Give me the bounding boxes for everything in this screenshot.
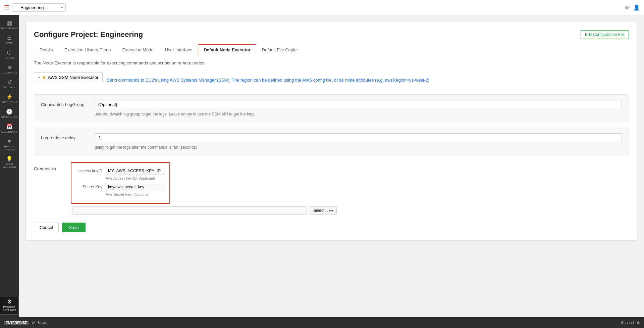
sidebar-item-schedules[interactable]: 🕐 SCHEDULES xyxy=(0,106,19,121)
health-checks-icon: ♥ xyxy=(8,139,11,144)
support-label[interactable]: Support xyxy=(621,321,634,325)
access-key-id-hint: Aws Access key ID. (Optional) xyxy=(106,176,165,180)
aws-icon: a xyxy=(43,75,45,80)
schedules-icon: 🕐 xyxy=(6,109,13,114)
activity-icon: ↺ xyxy=(7,80,12,85)
dashboard-icon: ▦ xyxy=(7,20,12,26)
tab-details[interactable]: Details xyxy=(34,44,59,55)
sidebar-item-label: NODES xyxy=(5,56,14,59)
cloudwatch-field-row: Cloudwatch LogGroup xyxy=(41,100,622,109)
enterprise-badge: ENTERPRISE xyxy=(4,321,29,325)
commands-icon: ≋ xyxy=(7,65,12,70)
tab-default-node-executor[interactable]: Default Node Executor xyxy=(198,44,256,55)
top-bar-left: ☰ Engineering xyxy=(4,3,66,12)
sidebar-item-jobs[interactable]: ☰ JOBS xyxy=(0,33,19,47)
credentials-box: access keyID Aws Access key ID. (Optiona… xyxy=(71,162,170,204)
page-title: Configure Project: Engineering xyxy=(34,30,143,39)
news-icon: 🗞 xyxy=(32,321,35,325)
sidebar-item-activity[interactable]: ↺ ACTIVITY xyxy=(0,77,19,92)
tabs: Details Execution History Clean Executio… xyxy=(34,44,629,55)
secret-key-label: Secret Key xyxy=(75,185,102,189)
project-selector[interactable]: Engineering xyxy=(12,3,66,12)
select-key-button[interactable]: Select... 🗝 xyxy=(310,206,337,215)
secret-key-input[interactable] xyxy=(105,183,165,191)
sidebar-item-label: ACTIVITY xyxy=(3,86,15,89)
tab-execution-history-clean[interactable]: Execution History Clean xyxy=(59,44,117,55)
sidebar-item-label: DASHBOARD xyxy=(1,27,18,30)
tab-default-file-copier[interactable]: Default File Copier xyxy=(256,44,304,55)
configure-panel: Configure Project: Engineering Edit Conf… xyxy=(25,22,637,241)
log-delay-hint: delay to get the logs after the commands… xyxy=(95,145,622,150)
sidebar-item-calendars[interactable]: 📅 CALENDARS xyxy=(0,121,19,136)
secret-key-hint: Aws Secret Key. (Optional) xyxy=(106,192,165,196)
cloudwatch-section: Cloudwatch LogGroup use cloudwatch log g… xyxy=(34,94,629,122)
sidebar-item-label: WEBHOOKS xyxy=(2,101,17,104)
nodes-icon: ⬡ xyxy=(7,50,12,55)
sidebar-item-tour-manager[interactable]: 💡 TOUR MANAGER xyxy=(0,154,19,172)
top-bar: ☰ Engineering ⚙ 👤 xyxy=(0,0,644,15)
sidebar-item-label: HEALTH CHECKS xyxy=(1,145,17,151)
executor-name: AWS SSM Node Executor xyxy=(48,75,99,80)
credentials-outer: Credentials access keyID Aws Access key … xyxy=(34,162,629,215)
sidebar-item-webhooks[interactable]: ⚡ WEBHOOKS xyxy=(0,92,19,106)
access-key-id-label: access keyID xyxy=(75,169,102,173)
secret-key-path-input[interactable] xyxy=(72,206,307,215)
executor-row: ▾ a AWS SSM Node Executor Send commands … xyxy=(34,72,629,88)
sidebar-item-label: TOUR MANAGER xyxy=(1,163,17,169)
calendars-icon: 📅 xyxy=(6,124,13,129)
sidebar-item-label: CALENDARS xyxy=(1,130,18,133)
sidebar-item-project-settings[interactable]: ⚙ PROJECT SETTINGS xyxy=(0,296,19,315)
sidebar-item-label: PROJECT SETTINGS xyxy=(2,306,17,312)
bottom-bar-left: ENTERPRISE 🗞 News xyxy=(4,321,47,325)
settings-icon[interactable]: ⚙ xyxy=(625,4,629,11)
sidebar-item-label: COMMANDS xyxy=(2,71,17,74)
secret-key-row: Secret Key xyxy=(75,183,165,191)
sidebar-item-nodes[interactable]: ⬡ NODES xyxy=(0,47,19,62)
executor-arrow-icon: ▾ xyxy=(38,76,40,79)
sidebar-item-label: JOBS xyxy=(6,42,13,45)
project-selector-wrap[interactable]: Engineering xyxy=(12,3,66,12)
project-settings-icon: ⚙ xyxy=(7,299,12,304)
panel-header: Configure Project: Engineering Edit Conf… xyxy=(34,30,629,39)
bottom-settings-icon[interactable]: ⚙ xyxy=(637,321,640,325)
sidebar-item-commands[interactable]: ≋ COMMANDS xyxy=(0,62,19,77)
cloudwatch-label: Cloudwatch LogGroup xyxy=(41,100,95,107)
action-row: Cancel Save xyxy=(34,223,629,232)
user-icon[interactable]: 👤 xyxy=(633,4,640,11)
executor-selector-button[interactable]: ▾ a AWS SSM Node Executor xyxy=(34,72,103,82)
secret-key-select-row: Select... 🗝 xyxy=(71,206,337,215)
cloudwatch-hint: use cloudwatch log group to get the logs… xyxy=(95,112,622,116)
cancel-button[interactable]: Cancel xyxy=(34,223,59,232)
credentials-section: Credentials access keyID Aws Access key … xyxy=(34,162,629,215)
bottom-bar: ENTERPRISE 🗞 News Support ⚙ xyxy=(0,317,644,328)
news-label[interactable]: News xyxy=(38,321,47,325)
tab-execution-mode[interactable]: Execution Mode xyxy=(116,44,159,55)
log-delay-input[interactable] xyxy=(95,133,622,142)
top-bar-right: ⚙ 👤 xyxy=(625,4,640,11)
edit-configuration-file-button[interactable]: Edit Configuration File xyxy=(581,30,629,39)
credentials-section-label: Credentials xyxy=(34,162,64,171)
menu-icon[interactable]: ☰ xyxy=(4,4,9,11)
jobs-icon: ☰ xyxy=(7,35,12,41)
select-button-label: Select... xyxy=(313,208,328,213)
log-delay-section: Log retrieve delay delay to get the logs… xyxy=(34,128,629,155)
log-delay-label: Log retrieve delay xyxy=(41,133,95,140)
sidebar: ▦ DASHBOARD ☰ JOBS ⬡ NODES ≋ COMMANDS ↺ … xyxy=(0,15,19,317)
access-key-id-input[interactable] xyxy=(105,167,165,175)
sidebar-item-dashboard[interactable]: ▦ DASHBOARD xyxy=(0,18,19,33)
key-icon: 🗝 xyxy=(329,208,333,213)
save-button[interactable]: Save xyxy=(62,223,86,232)
tab-user-interface[interactable]: User Interface xyxy=(159,44,198,55)
log-delay-field-row: Log retrieve delay xyxy=(41,133,622,142)
webhooks-icon: ⚡ xyxy=(6,94,13,100)
content-area: Configure Project: Engineering Edit Conf… xyxy=(19,15,644,317)
tour-manager-icon: 💡 xyxy=(6,156,13,162)
executor-link-text: Send commands to EC2's using AWS Systems… xyxy=(107,78,429,83)
main-layout: ▦ DASHBOARD ☰ JOBS ⬡ NODES ≋ COMMANDS ↺ … xyxy=(0,15,644,317)
bottom-bar-right: Support ⚙ xyxy=(621,321,640,325)
cloudwatch-input[interactable] xyxy=(95,100,622,109)
sidebar-item-label: SCHEDULES xyxy=(1,115,18,119)
access-key-id-row: access keyID xyxy=(75,167,165,175)
executor-description: The Node Executor is responsible for exe… xyxy=(34,60,629,65)
sidebar-item-health-checks[interactable]: ♥ HEALTH CHECKS xyxy=(0,136,19,154)
